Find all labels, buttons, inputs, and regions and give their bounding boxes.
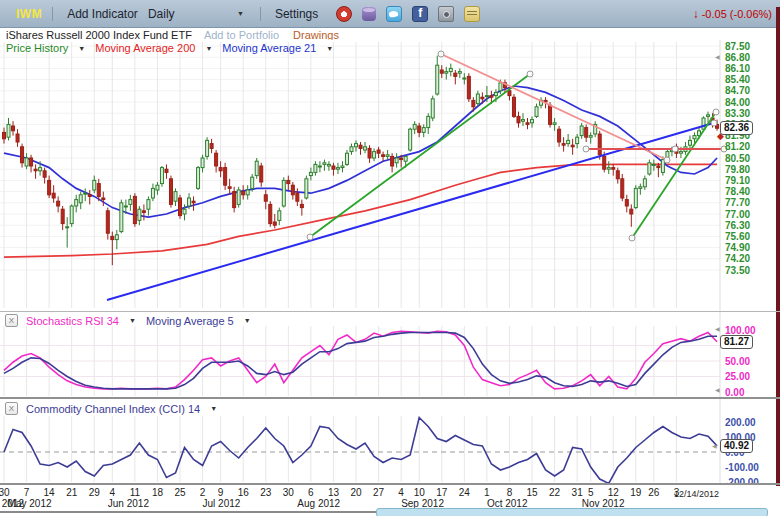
price-axis-label: 75.60 xyxy=(725,231,750,242)
x-tick-label: 22 xyxy=(543,487,567,498)
price-axis-label: 86.10 xyxy=(725,63,750,74)
add-indicator-button[interactable]: Add Indicator xyxy=(63,7,142,21)
candle-up xyxy=(607,168,610,170)
drawing-handle[interactable] xyxy=(527,71,533,77)
down-arrow-icon: ↓ xyxy=(693,7,699,21)
candle-down xyxy=(61,209,64,223)
panel-separator xyxy=(0,311,780,312)
window-edge xyxy=(776,7,780,486)
drawing-handle[interactable] xyxy=(438,51,444,57)
candle-up xyxy=(350,147,353,152)
chevron-down-icon[interactable]: ▼ xyxy=(326,45,333,52)
alarm-clock-icon[interactable] xyxy=(336,6,352,22)
candle-down xyxy=(526,123,529,125)
candle-down xyxy=(571,145,574,147)
drawings-link[interactable]: Drawings xyxy=(293,29,339,41)
price-axis-label: 83.30 xyxy=(725,108,750,119)
ma21-label[interactable]: Moving Average 21 xyxy=(222,42,316,54)
toolbar-divider xyxy=(260,7,261,21)
close-stoch-button[interactable]: X xyxy=(5,314,18,327)
x-tick-label: 16 xyxy=(231,487,255,498)
candle-down xyxy=(377,150,380,153)
candle-up xyxy=(206,140,209,156)
candle-up xyxy=(589,136,592,138)
drawing-handle[interactable] xyxy=(307,234,313,240)
candle-down xyxy=(616,171,619,179)
candle-up xyxy=(115,235,118,240)
cci-axis-label: 200.00 xyxy=(725,417,756,428)
facebook-icon[interactable] xyxy=(412,6,428,22)
candle-up xyxy=(422,128,425,133)
price-panel-header: Price History ▼ Moving Average 200 ▼ Mov… xyxy=(6,42,343,54)
candle-down xyxy=(21,147,24,163)
candle-up xyxy=(323,163,326,165)
candle-down xyxy=(472,100,475,106)
twitter-icon[interactable] xyxy=(386,6,402,22)
candle-up xyxy=(449,68,452,71)
chevron-down-icon[interactable]: ▼ xyxy=(129,317,136,324)
notes-icon[interactable] xyxy=(464,6,480,22)
scrollbar-thumb[interactable] xyxy=(376,508,768,516)
trendline-green-1[interactable] xyxy=(310,74,530,237)
symbol-label: IWM xyxy=(16,7,42,21)
candle-down xyxy=(467,76,470,98)
candle-up xyxy=(409,129,412,150)
candle-down xyxy=(359,145,362,148)
drawing-handle[interactable] xyxy=(629,235,635,241)
candle-up xyxy=(151,188,154,198)
x-month-label: Jul 2012 xyxy=(203,498,241,509)
stoch-ma-label[interactable]: Moving Average 5 xyxy=(146,315,234,327)
candle-up xyxy=(70,206,73,224)
settings-button[interactable]: Settings xyxy=(271,7,322,21)
candle-down xyxy=(657,166,660,168)
price-axis-label: 85.40 xyxy=(725,74,750,85)
candle-up xyxy=(345,153,348,164)
drawing-handle[interactable] xyxy=(583,146,589,152)
database-icon[interactable] xyxy=(362,7,376,21)
drawing-handle[interactable] xyxy=(713,109,719,115)
candle-down xyxy=(224,168,227,186)
drawing-handle[interactable] xyxy=(711,120,717,126)
candle-up xyxy=(183,209,186,214)
candle-up xyxy=(679,152,682,154)
x-tick-label: 17 xyxy=(430,487,454,498)
candle-up xyxy=(75,200,78,206)
scrollbar-track[interactable] xyxy=(0,511,377,513)
cci-label[interactable]: Commodity Channel Index (CCI) 14 xyxy=(26,403,200,415)
price-history-label[interactable]: Price History xyxy=(6,42,68,54)
price-chart-canvas[interactable]: 87.5086.8086.1085.4084.7084.0083.3082.60… xyxy=(0,40,780,312)
candle-up xyxy=(66,227,69,228)
drawing-handle[interactable] xyxy=(664,157,670,163)
candle-up xyxy=(648,163,651,174)
x-tick-label: 5 xyxy=(579,487,603,498)
candle-up xyxy=(327,164,330,166)
close-cci-button[interactable]: X xyxy=(5,402,18,415)
add-to-portfolio-link[interactable]: Add to Portfolio xyxy=(204,29,279,41)
price-axis-label: 84.70 xyxy=(725,85,750,96)
chevron-down-icon[interactable]: ▼ xyxy=(210,405,217,412)
period-dropdown[interactable]: Daily ▼ xyxy=(142,7,250,21)
candle-down xyxy=(287,180,290,183)
price-axis-label: 86.80 xyxy=(725,52,750,63)
change-value: -0.05 (-0.06%) xyxy=(702,8,772,20)
candle-up xyxy=(124,206,127,207)
chevron-down-icon[interactable]: ▼ xyxy=(78,45,85,52)
chevron-down-icon[interactable]: ▼ xyxy=(244,317,251,324)
candle-up xyxy=(318,166,321,167)
candle-down xyxy=(34,169,37,171)
candle-down xyxy=(517,116,520,122)
stoch-label[interactable]: Stochastics RSI 34 xyxy=(26,315,119,327)
drawing-handle[interactable] xyxy=(672,146,678,152)
candle-down xyxy=(391,156,394,166)
axis-marker-icon: ◀ xyxy=(715,53,720,60)
ma200-label[interactable]: Moving Average 200 xyxy=(95,42,195,54)
panel-separator xyxy=(0,397,780,399)
camera-icon[interactable] xyxy=(438,6,454,22)
candle-up xyxy=(693,136,696,139)
x-tick-label: 12 xyxy=(601,487,625,498)
candle-down xyxy=(111,236,114,239)
candle-down xyxy=(382,155,385,157)
chevron-down-icon[interactable]: ▼ xyxy=(205,45,212,52)
candle-down xyxy=(603,156,606,169)
trendline-green-2[interactable] xyxy=(632,112,716,238)
